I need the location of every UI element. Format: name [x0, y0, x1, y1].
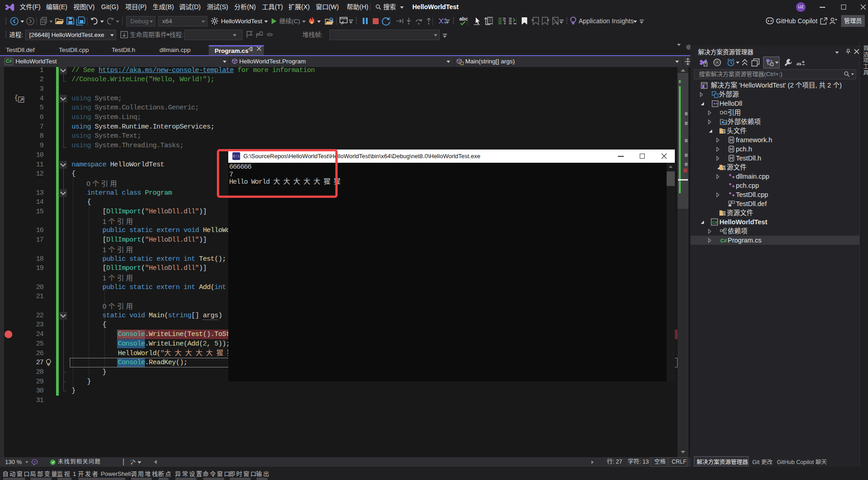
svg-text:C#: C# [712, 220, 718, 225]
svg-text:C#: C# [720, 238, 727, 243]
